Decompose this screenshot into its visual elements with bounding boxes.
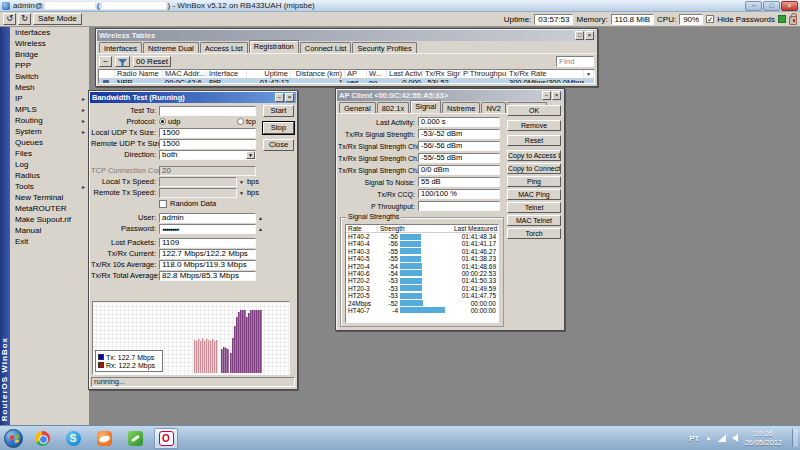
close-button[interactable]: × — [781, 1, 798, 11]
sidebar-item-system[interactable]: System► — [10, 126, 89, 137]
signal-row-ht20-2[interactable]: HT20-2-5301:41:50.33 — [346, 277, 498, 284]
sidebar-item-log[interactable]: Log — [10, 159, 89, 170]
tab-security-profiles[interactable]: Security Profiles — [352, 42, 416, 53]
telnet-button[interactable]: Telnet — [507, 202, 561, 213]
user-field[interactable]: admin — [159, 213, 256, 223]
signal-row-ht40-6[interactable]: HT40-6-5400:00:22.53 — [346, 270, 498, 277]
sidebar-item-manual[interactable]: Manual — [10, 225, 89, 236]
filter-button[interactable] — [115, 56, 130, 67]
column-chooser-icon[interactable]: ▼ — [584, 70, 594, 78]
sidebar-item-new-terminal[interactable]: New Terminal — [10, 192, 89, 203]
bandwidth-test-titlebar[interactable]: Bandwidth Test (Running) − × — [90, 92, 296, 103]
password-field[interactable]: ●●●●●●●● — [159, 224, 256, 234]
column-last-activit[interactable]: Last Activit... — [387, 70, 423, 78]
sidebar-item-ppp[interactable]: PPP — [10, 60, 89, 71]
remote-udp-tx-size-field[interactable]: 1500 — [159, 139, 256, 149]
column-uptime[interactable]: Uptime — [247, 70, 291, 78]
local-udp-tx-size-field[interactable]: 1500 — [159, 128, 256, 138]
copy-to-connect-list-button[interactable]: Copy to Connect List — [507, 163, 561, 174]
sidebar-item-mesh[interactable]: Mesh — [10, 82, 89, 93]
tab-access-list[interactable]: Access List — [200, 42, 248, 53]
column-p-throughput[interactable]: P Throughput (... / — [461, 70, 507, 78]
ping-button[interactable]: Ping — [507, 176, 561, 187]
radio-tcp[interactable]: tcp — [237, 117, 256, 126]
sidebar-item-routing[interactable]: Routing► — [10, 115, 89, 126]
hidden-icons-chevron[interactable]: ▲ — [706, 435, 712, 441]
signal-row-ht40-4[interactable]: HT40-4-5601:41:41.17 — [346, 240, 498, 247]
taskbar-item-active-app[interactable]: O — [154, 428, 178, 449]
sidebar-item-switch[interactable]: Switch — [10, 71, 89, 82]
tab-interfaces[interactable]: Interfaces — [99, 42, 142, 53]
show-desktop-button[interactable] — [792, 429, 798, 447]
remove-button[interactable]: Remove — [507, 120, 561, 131]
signal-row-ht20-3[interactable]: HT20-3-5301:41:49.59 — [346, 285, 498, 292]
mac-ping-button[interactable]: MAC Ping — [507, 189, 561, 200]
tab-nv2[interactable]: NV2 — [481, 102, 506, 113]
signal-row-ht40-7[interactable]: HT40-7-400:00:00 — [346, 307, 498, 314]
speaker-icon[interactable] — [732, 434, 738, 442]
torch-button[interactable]: Torch — [507, 228, 561, 239]
column-ap[interactable]: AP — [345, 70, 367, 78]
taskbar-item-mail[interactable] — [92, 428, 116, 449]
tab-signal[interactable]: Signal — [410, 100, 441, 113]
signal-row-ht40-5[interactable]: HT40-5-5501:41:38.23 — [346, 255, 498, 262]
close-button[interactable]: Close — [263, 139, 294, 151]
signal-row-ht20-5[interactable]: HT20-5-5301:41:47.75 — [346, 292, 498, 299]
taskbar-item-green-app[interactable] — [123, 428, 147, 449]
minimize-button[interactable]: − — [745, 1, 762, 11]
restore-button[interactable]: □ — [575, 31, 584, 40]
language-indicator[interactable]: PT — [689, 434, 699, 443]
hide-passwords-checkbox[interactable]: ✓ — [706, 15, 714, 23]
copy-to-access-list-button[interactable]: Copy to Access List — [507, 150, 561, 161]
wireless-tables-titlebar[interactable]: Wireless Tables □ × — [97, 30, 596, 41]
sidebar-item-queues[interactable]: Queues — [10, 137, 89, 148]
radio-udp[interactable]: udp — [159, 117, 181, 126]
close-icon[interactable]: × — [285, 93, 294, 102]
dropdown-icon[interactable]: ▼ — [246, 151, 255, 159]
column-rate[interactable]: Rate — [346, 225, 378, 233]
minimize-icon[interactable]: − — [542, 91, 551, 100]
column-interface[interactable]: Interface — [207, 70, 247, 78]
sidebar-item-bridge[interactable]: Bridge — [10, 49, 89, 60]
remove-entry-button[interactable]: − — [99, 56, 112, 67]
signal-row-ht40-3[interactable]: HT40-3-5501:41:46.27 — [346, 248, 498, 255]
column-tx-rx-rate[interactable]: Tx/Rx Rate — [507, 70, 584, 78]
start-button[interactable]: Start — [263, 105, 294, 117]
test-to-field[interactable] — [159, 106, 256, 116]
column-radio-name[interactable]: Radio Name — [115, 70, 163, 78]
tab-registration[interactable]: Registration — [249, 40, 299, 53]
ok-button[interactable]: OK — [507, 105, 561, 116]
random-data-checkbox[interactable]: Random Data — [159, 199, 216, 208]
start-button[interactable] — [4, 429, 23, 448]
signal-row-ht40-2[interactable]: HT40-2-5601:41:48.34 — [346, 233, 498, 240]
column-w[interactable]: W... — [367, 70, 387, 78]
stop-button[interactable]: Stop — [263, 122, 294, 134]
maximize-button[interactable]: □ — [763, 1, 780, 11]
signal-row-24mbps[interactable]: 24Mbps-5200:00:00 — [346, 300, 498, 307]
minimize-icon[interactable]: − — [275, 93, 284, 102]
registration-table-row[interactable]: NPP00:0C:42:6...PtP01:42:121yesno0.000-5… — [99, 79, 594, 84]
sidebar-item-make-supout-rif[interactable]: Make Supout.rif — [10, 214, 89, 225]
sidebar-item-exit[interactable]: Exit — [10, 236, 89, 247]
sidebar-item-mpls[interactable]: MPLS► — [10, 104, 89, 115]
tab-connect-list[interactable]: Connect List — [300, 42, 352, 53]
clock[interactable]: 19:06 26/05/2012 — [744, 429, 782, 447]
sidebar-item-metarouter[interactable]: MetaROUTER — [10, 203, 89, 214]
taskbar-item-skype[interactable]: S — [61, 428, 85, 449]
redo-button[interactable]: ↻ — [18, 13, 31, 25]
network-icon[interactable] — [717, 434, 726, 442]
ap-client-titlebar[interactable]: AP Client <00:0C:42:55:A5:33> − × — [337, 90, 563, 101]
direction-select[interactable]: both▼ — [159, 150, 256, 160]
signal-row-ht20-4[interactable]: HT20-4-5401:41:48.69 — [346, 263, 498, 270]
sidebar-item-ip[interactable]: IP► — [10, 93, 89, 104]
safe-mode-button[interactable]: Safe Mode — [33, 13, 82, 25]
sidebar-item-interfaces[interactable]: Interfaces — [10, 27, 89, 38]
sidebar-item-wireless[interactable]: Wireless — [10, 38, 89, 49]
sidebar-item-files[interactable]: Files — [10, 148, 89, 159]
close-icon[interactable]: × — [585, 31, 594, 40]
tab-802-1x[interactable]: 802.1x — [377, 102, 410, 113]
mac-telnet-button[interactable]: MAC Telnet — [507, 215, 561, 226]
column-distance-km[interactable]: Distance (km) — [291, 70, 345, 78]
column-strength[interactable]: Strength — [378, 225, 400, 233]
column-tx-rx-signal[interactable]: Tx/Rx Signal ... — [423, 70, 461, 78]
